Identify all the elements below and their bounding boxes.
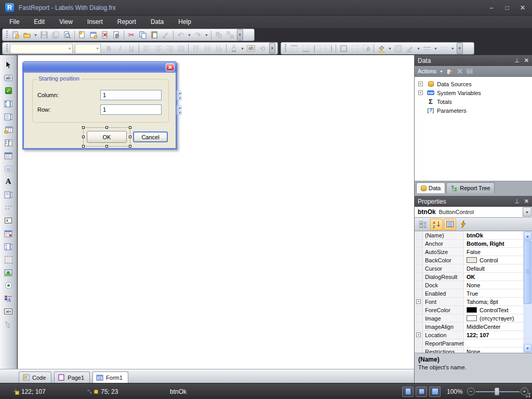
chevron-down-icon[interactable]: ▼ <box>523 207 531 217</box>
toolbar-grip[interactable] <box>285 44 286 52</box>
property-row[interactable]: + Location 122; 107 <box>415 331 532 339</box>
pin-icon[interactable]: ⊥ <box>514 57 520 64</box>
property-name[interactable]: AutoSize <box>423 248 464 256</box>
actions-dropdown-icon[interactable]: ▼ <box>440 70 443 73</box>
alphabetical-sort-button[interactable]: AZ <box>430 219 443 230</box>
menu-insert[interactable]: Insert <box>80 17 110 27</box>
actions-menu[interactable]: Actions <box>418 68 436 74</box>
scroll-up-icon[interactable]: ▲ <box>524 232 531 240</box>
view-single-page-button[interactable] <box>402 387 414 397</box>
row-spinner[interactable]: ▲▼ <box>177 105 182 114</box>
new-dialog-button[interactable] <box>88 30 99 41</box>
selection-handle[interactable] <box>129 126 131 129</box>
scroll-down-icon[interactable]: ▼ <box>524 344 531 352</box>
align-justify-button[interactable] <box>175 43 187 54</box>
menu-edit[interactable]: Edit <box>26 17 52 27</box>
align-middle-button[interactable] <box>202 43 213 54</box>
property-row[interactable]: Dock None <box>415 281 532 289</box>
tab-data[interactable]: Data <box>416 182 445 193</box>
page-setup-button[interactable] <box>111 30 122 41</box>
align-bottom-button[interactable] <box>213 43 224 54</box>
property-row[interactable]: Anchor Bottom, Right <box>415 240 532 248</box>
toolbar-grip[interactable] <box>6 44 8 52</box>
fill-style-button[interactable] <box>393 43 404 54</box>
listbox-control-tool[interactable] <box>2 188 15 201</box>
open-dropdown[interactable]: ▼ <box>33 33 38 37</box>
designed-dialog-form[interactable]: ✕ Starting position Column: ▲▼ Row: ▲▼ <box>22 61 177 150</box>
property-value[interactable]: Default <box>464 264 532 272</box>
panel-control-tool[interactable] <box>2 253 15 266</box>
property-name[interactable]: Cursor <box>423 264 464 272</box>
column-updown[interactable]: ▲▼ <box>100 90 162 100</box>
maximize-button[interactable]: □ <box>503 4 511 11</box>
italic-button[interactable]: I <box>114 43 126 54</box>
property-value[interactable]: None <box>464 281 532 289</box>
border-properties-button[interactable] <box>361 43 372 54</box>
line-style-button[interactable] <box>438 43 450 54</box>
property-value[interactable]: None <box>464 348 532 353</box>
property-value[interactable]: ControlText <box>464 306 532 314</box>
selection-handle[interactable] <box>129 136 131 138</box>
label-control-tool[interactable]: A <box>2 175 15 188</box>
align-right-button[interactable] <box>164 43 175 54</box>
property-value[interactable]: btnOk <box>464 231 532 239</box>
delete-item-button[interactable] <box>457 68 463 74</box>
minimize-button[interactable]: – <box>487 4 496 11</box>
property-row[interactable]: ImageAlign MiddleCenter <box>415 323 532 331</box>
toolbar-overflow-button[interactable]: ▼ <box>269 43 275 54</box>
maskedtextbox-control-tool[interactable]: #_ <box>2 214 15 227</box>
underline-button[interactable]: U <box>126 43 137 54</box>
toolbar-overflow-button[interactable]: ▼ <box>457 43 463 54</box>
textbox-control-tool[interactable]: ab <box>2 71 15 84</box>
selection-handle[interactable] <box>129 145 131 148</box>
text-color-dropdown[interactable]: ▼ <box>240 47 245 50</box>
datetimepicker-control-tool[interactable] <box>2 227 15 240</box>
bold-button[interactable]: B <box>103 43 114 54</box>
close-panel-icon[interactable]: ✕ <box>524 198 529 205</box>
events-view-button[interactable] <box>457 219 470 230</box>
checkedlistbox-control-tool[interactable] <box>2 97 15 110</box>
menu-data[interactable]: Data <box>143 17 171 27</box>
property-name[interactable]: DialogResult <box>423 273 464 281</box>
row-updown[interactable]: ▲▼ <box>100 104 162 115</box>
copy-button[interactable] <box>137 30 149 41</box>
property-row[interactable]: ReportParamet <box>415 339 532 348</box>
column-input[interactable] <box>101 90 177 100</box>
selection-handle[interactable] <box>82 136 85 138</box>
property-value[interactable]: Bottom, Right <box>464 240 532 247</box>
view-data-button[interactable] <box>466 68 473 74</box>
menu-file[interactable]: File <box>2 17 26 27</box>
pin-icon[interactable]: ⊥ <box>514 198 520 205</box>
property-row[interactable]: Enabled True <box>415 289 532 298</box>
object-selector-combo[interactable]: btnOk ButtonControl ▼ <box>415 207 532 218</box>
column-spinner[interactable]: ▲▼ <box>177 90 182 100</box>
new-page-button[interactable] <box>76 30 88 41</box>
row-label[interactable]: Row: <box>37 107 50 113</box>
property-value[interactable] <box>464 339 532 347</box>
textbox-abl-tool[interactable]: abl <box>2 305 15 318</box>
spin-down-icon[interactable]: ▼ <box>178 96 182 100</box>
save-all-button[interactable] <box>50 30 61 41</box>
line-color-button[interactable] <box>404 43 416 54</box>
line-color-dropdown[interactable]: ▼ <box>416 47 421 50</box>
property-name[interactable]: Restrictions <box>423 348 464 353</box>
combobox-control-tool[interactable] <box>2 110 15 123</box>
menu-report[interactable]: Report <box>110 17 143 27</box>
radiobutton-control-tool[interactable] <box>2 279 15 292</box>
spin-down-icon[interactable]: ▼ <box>178 111 182 115</box>
cancel-button[interactable]: Cancel <box>133 131 168 142</box>
categorized-view-button[interactable]: ++ <box>417 219 429 230</box>
monthcalendar-control-tool[interactable] <box>2 149 15 162</box>
no-borders-button[interactable] <box>349 43 361 54</box>
scrollbar-thumb[interactable] <box>524 241 531 304</box>
font-name-combo[interactable]: ▼ <box>10 44 73 54</box>
border-bottom-button[interactable] <box>300 43 311 54</box>
datagrid-control-tool[interactable] <box>2 123 15 136</box>
property-value[interactable]: (отсутствует) <box>464 314 532 322</box>
close-button[interactable]: ✕ <box>518 4 527 11</box>
property-row[interactable]: (Name) btnOk <box>415 231 532 240</box>
expand-icon[interactable]: + <box>418 82 423 86</box>
rotate-text-button[interactable]: ⟲ <box>257 43 268 54</box>
highlight-button[interactable]: ab <box>245 43 257 54</box>
property-value[interactable]: 122; 107 <box>464 331 532 339</box>
